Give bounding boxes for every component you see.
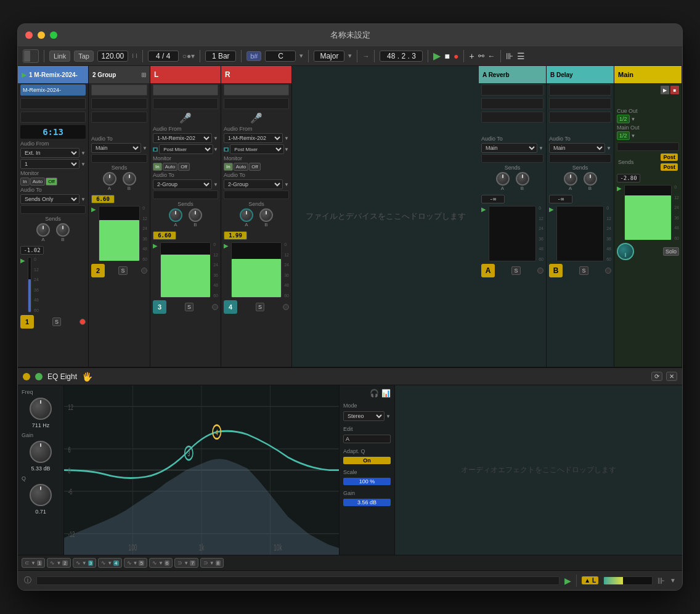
ch2-stop-slot[interactable] xyxy=(91,84,147,96)
position-display[interactable]: 48 . 2 . 3 xyxy=(380,51,423,62)
chL-monitor-auto[interactable]: Auto xyxy=(163,163,177,171)
main-solo-btn[interactable]: Solo xyxy=(663,247,679,256)
ch1-knob-a[interactable] xyxy=(36,223,50,237)
tap-button[interactable]: Tap xyxy=(74,51,94,62)
ch2-empty-1[interactable] xyxy=(91,98,147,109)
chL-post-select[interactable]: Post Mixer xyxy=(159,144,213,154)
chL-solo[interactable]: S xyxy=(185,303,193,311)
plugin-active-dot[interactable] xyxy=(23,373,30,380)
delay-audio-to-select[interactable]: Main xyxy=(549,143,605,153)
reverb-solo[interactable]: S xyxy=(511,266,520,275)
delay-knob-b[interactable] xyxy=(584,172,597,186)
stop-button[interactable]: ■ xyxy=(444,51,449,61)
session-view-icon[interactable] xyxy=(24,51,30,62)
ch2-arm[interactable] xyxy=(141,268,147,274)
main-record-btn[interactable]: ■ xyxy=(670,86,679,94)
main-out-value[interactable]: 1/2 xyxy=(617,131,630,140)
progress-bar[interactable] xyxy=(36,576,560,585)
chR-solo[interactable]: S xyxy=(256,303,264,311)
eq-spectrum-btn[interactable]: 📊 xyxy=(381,389,391,398)
chL-monitor-in[interactable]: In xyxy=(153,163,162,171)
reverb-audio-to-select[interactable]: Main xyxy=(481,143,537,153)
chR-empty-1[interactable] xyxy=(224,98,289,109)
chL-knob-a[interactable] xyxy=(169,208,182,222)
reverb-knob-b[interactable] xyxy=(516,172,529,186)
delay-empty-3[interactable] xyxy=(549,112,611,123)
delay-letter[interactable]: B xyxy=(549,264,563,277)
main-fader-track[interactable] xyxy=(624,185,672,240)
eq-edit-value[interactable]: A xyxy=(343,435,391,443)
chR-fader-play[interactable]: ▶ xyxy=(224,242,229,298)
eq-filter-btn-8[interactable]: ⊃ ▼ 8 xyxy=(200,558,224,568)
ch2-fader-track[interactable] xyxy=(99,206,140,261)
ch1-channel-select[interactable]: 1 xyxy=(20,159,79,169)
ch1-empty-slot-2[interactable] xyxy=(20,112,86,123)
link-icon[interactable]: ⚯ xyxy=(478,52,484,60)
chR-arm[interactable] xyxy=(283,304,289,310)
chL-stop-slot[interactable] xyxy=(153,84,218,96)
eq-mode-select[interactable]: Stereo xyxy=(343,411,385,421)
reverb-empty-1[interactable] xyxy=(481,84,543,96)
reverb-fader-track[interactable] xyxy=(489,206,536,261)
menu-button[interactable]: ☰ xyxy=(517,51,525,61)
ch2-knob-b[interactable] xyxy=(123,172,136,186)
ch2-fader-play[interactable]: ▶ xyxy=(91,206,96,261)
delay-fader-play[interactable]: ▶ xyxy=(549,206,554,261)
chL-number[interactable]: 3 xyxy=(153,300,166,314)
main-play-btn[interactable]: ▶ xyxy=(661,86,669,94)
plugin-close-btn[interactable]: ✕ xyxy=(666,372,677,381)
chR-audio-from-select[interactable]: 1-M-Remix-202 xyxy=(224,133,283,143)
ch2-knob-a[interactable] xyxy=(103,172,116,186)
ch1-number[interactable]: 1 xyxy=(20,315,34,329)
plugin-settings-btn[interactable]: ⟳ xyxy=(651,372,662,381)
eq-gain-out-value[interactable]: 3.56 dB xyxy=(343,499,391,506)
chR-stop-slot[interactable] xyxy=(224,84,289,96)
link-button[interactable]: Link xyxy=(49,51,70,62)
record-button[interactable]: ● xyxy=(454,51,458,61)
bar-select[interactable]: 1 Bar xyxy=(205,51,236,62)
delay-fader-track[interactable] xyxy=(556,206,604,261)
ch1-knob-b[interactable] xyxy=(56,223,70,237)
main-pan-knob[interactable] xyxy=(617,243,634,260)
ch1-monitor-off[interactable]: Off xyxy=(46,178,57,186)
eq-filter-btn-3[interactable]: ∿ ▼ 3 xyxy=(73,558,96,568)
reverb-arm[interactable] xyxy=(537,268,543,274)
bpm-display[interactable]: 120.00 xyxy=(97,51,128,62)
chL-fader-track[interactable] xyxy=(160,242,211,298)
key-display[interactable]: C xyxy=(265,51,296,62)
chL-monitor-off[interactable]: Off xyxy=(178,163,190,171)
main-post-btn-1[interactable]: Post xyxy=(661,154,678,161)
reverb-empty-3[interactable] xyxy=(481,112,543,123)
eq-filter-btn-5[interactable]: ∿ ▼ 5 xyxy=(124,558,147,568)
ch1-fader-track[interactable] xyxy=(28,257,31,313)
reverb-fader-play[interactable]: ▶ xyxy=(481,206,486,261)
ch1-fader-play[interactable]: ▶ xyxy=(20,257,25,313)
delay-empty-1[interactable] xyxy=(549,84,611,96)
scale-display[interactable]: Major xyxy=(314,51,344,62)
eq-adaptq-value[interactable]: On xyxy=(343,457,391,464)
ch1-audio-from-select[interactable]: Ext. In xyxy=(20,148,79,158)
eq-filter-btn-4[interactable]: ∿ ▼ 4 xyxy=(98,558,121,568)
ch2-audio-to-select[interactable]: Main xyxy=(91,143,141,153)
eq-scale-value[interactable]: 100 % xyxy=(343,478,391,485)
eq-gain-knob[interactable] xyxy=(30,441,52,463)
spectrum-icon[interactable]: ⊪ xyxy=(657,576,665,586)
add-button[interactable]: + xyxy=(469,51,474,61)
ch1-clip[interactable]: M-Remix-2024- xyxy=(20,84,86,96)
chR-fader-value[interactable]: 1.99 xyxy=(224,231,247,240)
reverb-fader-value[interactable]: -∞ xyxy=(481,195,505,203)
ch1-fader-value[interactable]: -1.02 xyxy=(20,246,44,255)
eq-headphones-icon[interactable]: 🎧 xyxy=(370,389,379,398)
chR-number[interactable]: 4 xyxy=(224,300,237,314)
chL-audio-to-select[interactable]: 2-Group xyxy=(153,179,212,189)
chL-empty-1[interactable] xyxy=(153,98,218,109)
chR-monitor-off[interactable]: Off xyxy=(249,163,261,171)
eq-filter-btn-2[interactable]: ∿ ▼ 2 xyxy=(47,558,70,568)
main-fader-value[interactable]: -2.80 xyxy=(617,174,640,182)
fx-drop-zone[interactable]: オーディオエフェクトをここへドロップします xyxy=(394,385,682,555)
chR-monitor-in[interactable]: In xyxy=(224,163,233,171)
eq-filter-btn-1[interactable]: ⊂ ▼ 1 xyxy=(22,558,45,568)
eq-q-knob[interactable] xyxy=(30,484,52,506)
chR-audio-to-select[interactable]: 2-Group xyxy=(224,179,283,189)
chL-knob-b[interactable] xyxy=(189,208,202,222)
